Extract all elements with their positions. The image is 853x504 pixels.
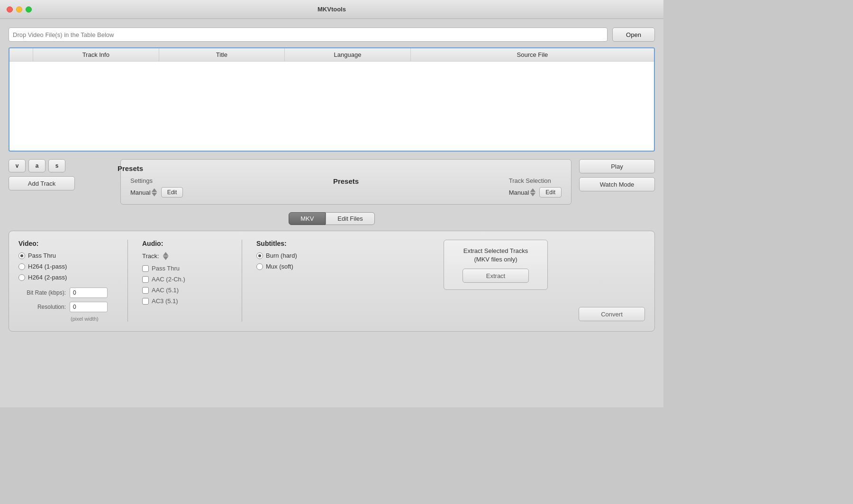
audio-section-title: Audio:: [142, 240, 227, 247]
video-track-btn[interactable]: v: [9, 159, 26, 172]
audio-aac-51[interactable]: AAC (5.1): [142, 287, 227, 294]
col-source-file: Source File: [411, 48, 654, 61]
col-language: Language: [285, 48, 411, 61]
audio-pass-thru-checkbox[interactable]: [142, 265, 149, 272]
video-section-title: Video:: [18, 240, 113, 247]
video-pass-thru-radio[interactable]: [18, 252, 25, 259]
resolution-input[interactable]: [70, 302, 108, 312]
audio-ac3-51-checkbox[interactable]: [142, 298, 149, 305]
audio-aac-2ch-checkbox[interactable]: [142, 276, 149, 283]
extract-button[interactable]: Extract: [463, 269, 529, 283]
audio-section: Audio: Track: Pass Thru AAC (2-Ch.): [142, 240, 227, 305]
subtitles-section-title: Subtitles:: [256, 240, 332, 247]
video-pass-thru[interactable]: Pass Thru: [18, 252, 113, 259]
audio-pass-thru[interactable]: Pass Thru: [142, 265, 227, 272]
subtitles-radio-group: Burn (hard) Mux (soft): [256, 252, 332, 270]
settings-down-arrow[interactable]: [152, 193, 157, 197]
col-checkbox: [9, 48, 33, 61]
settings-label: Settings: [130, 177, 183, 184]
video-section: Video: Pass Thru H264 (1-pass) H264 (2-p…: [18, 240, 113, 322]
middle-panel: Presets Settings Manual Edit: [120, 159, 572, 205]
video-radio-group: Pass Thru H264 (1-pass) H264 (2-pass): [18, 252, 113, 281]
window-title: MKVtools: [318, 6, 346, 13]
right-controls: Play Watch Mode: [579, 159, 655, 191]
video-h264-1pass[interactable]: H264 (1-pass): [18, 263, 113, 270]
video-h264-1pass-radio[interactable]: [18, 263, 25, 270]
settings-controls: Manual Edit: [130, 187, 183, 198]
settings-edit-button[interactable]: Edit: [161, 187, 183, 198]
audio-check-group: Pass Thru AAC (2-Ch.) AAC (5.1) AC3 (5.1…: [142, 265, 227, 305]
subtitle-burn-hard-radio[interactable]: [256, 252, 263, 259]
title-bar: MKVtools: [0, 0, 663, 19]
audio-track-row: Track:: [142, 252, 227, 260]
col-track-info: Track Info: [33, 48, 159, 61]
col-title: Title: [159, 48, 285, 61]
traffic-lights: [7, 6, 32, 12]
table-body: [9, 62, 654, 149]
settings-dropdown[interactable]: Manual: [130, 189, 157, 197]
settings-section: Settings Manual Edit: [130, 177, 183, 198]
add-track-button[interactable]: Add Track: [9, 176, 75, 190]
video-h264-2pass-radio[interactable]: [18, 274, 25, 281]
settings-up-arrow[interactable]: [152, 189, 157, 192]
table-header: Track Info Title Language Source File: [9, 48, 654, 62]
track-type-buttons: v a s: [9, 159, 113, 172]
subtitle-mux-soft[interactable]: Mux (soft): [256, 263, 332, 270]
file-drop-placeholder: Drop Video File(s) in the Table Below: [13, 31, 114, 38]
audio-ac3-51[interactable]: AC3 (5.1): [142, 297, 227, 305]
track-selection-label: Track Selection: [509, 177, 562, 184]
subtitle-track-btn[interactable]: s: [48, 159, 65, 172]
file-row: Drop Video File(s) in the Table Below Op…: [9, 27, 655, 42]
presets-center-label: Presets: [333, 177, 359, 185]
track-selection-stepper-arrows: [530, 189, 535, 197]
track-selection-controls: Manual Edit: [509, 187, 562, 198]
tab-mkv[interactable]: MKV: [289, 212, 326, 225]
play-button[interactable]: Play: [579, 159, 655, 173]
close-button[interactable]: [7, 6, 13, 12]
watch-mode-button[interactable]: Watch Mode: [579, 177, 655, 191]
extract-section: Extract Selected Tracks (MKV files only)…: [346, 240, 645, 321]
pixel-note: (pixel width): [71, 316, 113, 322]
open-button[interactable]: Open: [612, 27, 655, 42]
video-h264-2pass[interactable]: H264 (2-pass): [18, 274, 113, 281]
controls-row: v a s Add Track Presets Settings Manual: [9, 159, 655, 205]
track-selection-down-arrow[interactable]: [530, 193, 535, 197]
audio-aac-51-checkbox[interactable]: [142, 287, 149, 294]
resolution-label: Resolution:: [18, 304, 66, 310]
track-selection-dropdown[interactable]: Manual: [509, 189, 536, 197]
maximize-button[interactable]: [26, 6, 32, 12]
audio-track-down[interactable]: [163, 256, 169, 260]
track-selection-value: Manual: [509, 189, 529, 196]
audio-track-up[interactable]: [163, 252, 169, 256]
extract-box: Extract Selected Tracks (MKV files only)…: [444, 240, 548, 290]
tab-edit-files[interactable]: Edit Files: [326, 212, 374, 225]
track-selection-section: Track Selection Manual Edit: [509, 177, 562, 198]
bottom-panel: Video: Pass Thru H264 (1-pass) H264 (2-p…: [9, 231, 655, 332]
left-controls: v a s Add Track: [9, 159, 113, 190]
track-table: Track Info Title Language Source File: [9, 47, 655, 152]
audio-track-btn[interactable]: a: [28, 159, 45, 172]
bit-rate-row: Bit Rate (kbps):: [18, 288, 113, 298]
subtitles-section: Subtitles: Burn (hard) Mux (soft): [256, 240, 332, 277]
track-selection-up-arrow[interactable]: [530, 189, 535, 192]
settings-value: Manual: [130, 189, 151, 196]
resolution-row: Resolution:: [18, 302, 113, 312]
bit-rate-input[interactable]: [70, 288, 108, 298]
divider-2: [242, 240, 242, 322]
audio-aac-2ch[interactable]: AAC (2-Ch.): [142, 276, 227, 283]
settings-stepper-arrows: [152, 189, 157, 197]
file-drop-field[interactable]: Drop Video File(s) in the Table Below: [9, 27, 608, 42]
subtitle-mux-soft-radio[interactable]: [256, 263, 263, 270]
presets-label: Presets: [118, 164, 143, 172]
extract-box-title: Extract Selected Tracks (MKV files only): [454, 247, 538, 264]
track-selection-edit-button[interactable]: Edit: [539, 187, 562, 198]
subtitle-burn-hard[interactable]: Burn (hard): [256, 252, 332, 259]
audio-track-stepper[interactable]: [163, 252, 169, 260]
main-content: Drop Video File(s) in the Table Below Op…: [0, 19, 663, 407]
tab-row: MKV Edit Files: [9, 212, 655, 225]
convert-button[interactable]: Convert: [579, 307, 645, 321]
minimize-button[interactable]: [16, 6, 22, 12]
bit-rate-label: Bit Rate (kbps):: [18, 289, 66, 296]
panel-top-row: Presets: [130, 164, 562, 172]
audio-track-label: Track:: [142, 252, 159, 260]
